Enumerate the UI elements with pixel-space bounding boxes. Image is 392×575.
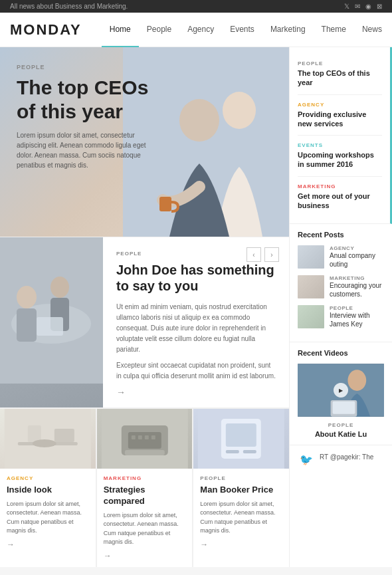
- rss-icon[interactable]: ◉: [365, 3, 371, 10]
- mail-icon[interactable]: ⊠: [377, 3, 382, 10]
- nav-news[interactable]: News: [354, 13, 390, 47]
- sidebar-featured-0-title[interactable]: The top CEOs of this year: [298, 68, 382, 88]
- recent-post-0-info: AGENCY Anual company outing: [330, 245, 384, 269]
- video-title[interactable]: About Katie Lu: [298, 430, 384, 438]
- recent-post-2-info: PEOPLE Interview with James Key: [330, 305, 384, 328]
- svg-rect-18: [128, 432, 161, 449]
- article-read-more[interactable]: →: [116, 387, 276, 398]
- recent-post-0-thumb: [298, 245, 324, 269]
- svg-rect-7: [17, 308, 37, 342]
- carousel-arrows: ‹ ›: [246, 247, 279, 262]
- svg-rect-20: [132, 435, 136, 439]
- sidebar-featured: PEOPLE The top CEOs of this year AGENCY …: [290, 47, 392, 224]
- card-1-body: MARKETING Strategies compared Lorem ipsu…: [97, 469, 193, 567]
- carousel-next[interactable]: ›: [264, 247, 279, 262]
- nav-theme[interactable]: Theme: [314, 13, 354, 47]
- card-1-category: MARKETING: [104, 475, 186, 481]
- sidebar-featured-1-title[interactable]: Providing exclusive new services: [298, 110, 382, 129]
- hero-text: PEOPLE The top CEOs of this year Lorem i…: [17, 64, 149, 170]
- sidebar-featured-3-title[interactable]: Get more out of your business: [298, 191, 382, 211]
- svg-point-2: [179, 99, 219, 142]
- right-sidebar: PEOPLE The top CEOs of this year AGENCY …: [289, 47, 392, 567]
- twitter-text: RT @pagekir: The: [320, 452, 373, 462]
- hero-category: PEOPLE: [17, 64, 149, 70]
- card-2-arrow[interactable]: →: [200, 540, 282, 549]
- card-2-category: PEOPLE: [200, 475, 282, 481]
- nav-home[interactable]: Home: [102, 13, 139, 47]
- left-column: PEOPLE The top CEOs of this year Lorem i…: [0, 47, 289, 567]
- recent-post-2-title[interactable]: Interview with James Key: [330, 311, 384, 328]
- video-category: PEOPLE: [298, 422, 384, 428]
- sidebar-featured-1-cat: AGENCY: [298, 102, 382, 108]
- cards-grid: AGENCY Inside look Lorem ipsum dolor sit…: [0, 407, 289, 567]
- article-body-2: Excepteur sint occaecat cupidatat non pr…: [116, 360, 276, 382]
- svg-rect-28: [243, 450, 256, 453]
- card-1-title[interactable]: Strategies compared: [104, 485, 186, 507]
- hero-excerpt: Lorem ipsum dolor sit amet, consectetur …: [17, 130, 149, 170]
- recent-post-0-cat: AGENCY: [330, 245, 384, 251]
- card-2: PEOPLE Man Booker Price Lorem ipsum dolo…: [193, 409, 289, 567]
- hero-section: PEOPLE The top CEOs of this year Lorem i…: [0, 47, 289, 237]
- sidebar-featured-2-cat: EVENTS: [298, 142, 382, 148]
- recent-post-2-thumb: [298, 305, 324, 328]
- recent-videos-section: Recent Videos ▶ PEOPLE About Katie Lu: [290, 342, 392, 445]
- svg-rect-27: [226, 450, 239, 453]
- top-bar: All news about Business and Marketing. 𝕏…: [0, 0, 392, 13]
- sidebar-featured-0-cat: PEOPLE: [298, 60, 382, 66]
- recent-post-1: MARKETING Encouraging your customers.: [298, 275, 384, 298]
- card-2-text: Lorem ipsum dolor sit amet, consectetur.…: [200, 500, 282, 536]
- recent-post-2-cat: PEOPLE: [330, 305, 384, 311]
- recent-post-0: AGENCY Anual company outing: [298, 245, 384, 269]
- recent-videos-title: Recent Videos: [298, 349, 384, 357]
- top-bar-icons: 𝕏 ✉ ◉ ⊠: [344, 3, 382, 10]
- twitter-icon[interactable]: 𝕏: [344, 3, 349, 10]
- sidebar-featured-2-title[interactable]: Upcoming workshops in summer 2016: [298, 150, 382, 170]
- nav-people[interactable]: People: [139, 13, 179, 47]
- hero-title[interactable]: The top CEOs of this year: [17, 76, 149, 124]
- article-section: ‹ › PEOPLE John Doe has something to say…: [0, 237, 289, 407]
- card-0-text: Lorem ipsum dolor sit amet, consectetur.…: [7, 500, 89, 536]
- twitter-section: 🐦 RT @pagekir: The: [290, 445, 392, 473]
- sidebar-featured-3: MARKETING Get more out of your business: [298, 177, 382, 217]
- card-0-title[interactable]: Inside look: [7, 485, 89, 496]
- envelope-icon[interactable]: ✉: [355, 3, 360, 10]
- svg-rect-3: [159, 197, 171, 211]
- svg-rect-32: [333, 402, 355, 414]
- card-0-body: AGENCY Inside look Lorem ipsum dolor sit…: [0, 469, 96, 556]
- card-2-image: [193, 409, 289, 469]
- card-2-title[interactable]: Man Booker Price: [200, 485, 282, 496]
- sidebar-featured-2: EVENTS Upcoming workshops in summer 2016: [298, 136, 382, 177]
- main-nav: Home People Agency Events Marketing Them…: [102, 13, 392, 47]
- card-2-body: PEOPLE Man Booker Price Lorem ipsum dolo…: [193, 469, 289, 556]
- main-content: PEOPLE The top CEOs of this year Lorem i…: [0, 47, 392, 567]
- svg-rect-26: [226, 423, 256, 447]
- svg-rect-22: [145, 435, 149, 439]
- top-bar-tagline: All news about Business and Marketing.: [10, 3, 128, 10]
- sidebar-featured-3-cat: MARKETING: [298, 183, 382, 189]
- recent-post-0-title[interactable]: Anual company outing: [330, 251, 384, 269]
- sidebar-featured-0: PEOPLE The top CEOs of this year: [298, 54, 382, 95]
- svg-rect-21: [138, 435, 142, 439]
- card-1-arrow[interactable]: →: [104, 551, 186, 560]
- article-title[interactable]: John Doe has something to say to you: [116, 262, 276, 294]
- video-thumbnail[interactable]: ▶: [298, 364, 384, 417]
- recent-posts-section: Recent Posts AGENCY Anual company outing…: [290, 224, 392, 342]
- recent-post-1-info: MARKETING Encouraging your customers.: [330, 275, 384, 298]
- recent-post-1-thumb: [298, 275, 324, 298]
- article-content: ‹ › PEOPLE John Doe has something to say…: [103, 237, 289, 407]
- svg-rect-11: [5, 409, 91, 469]
- svg-point-30: [347, 370, 366, 392]
- nav-agency[interactable]: Agency: [179, 13, 222, 47]
- twitter-social-icon: 🐦: [300, 453, 313, 466]
- card-0-arrow[interactable]: →: [7, 540, 89, 549]
- card-0-image: [0, 409, 96, 469]
- nav-events[interactable]: Events: [222, 13, 262, 47]
- svg-rect-19: [125, 450, 165, 455]
- carousel-prev[interactable]: ‹: [246, 247, 261, 262]
- nav-marketing[interactable]: Marketing: [262, 13, 314, 47]
- recent-posts-title: Recent Posts: [298, 231, 384, 239]
- logo[interactable]: MONDAY: [10, 21, 82, 39]
- svg-point-8: [50, 277, 69, 298]
- play-button[interactable]: ▶: [334, 383, 348, 398]
- recent-post-1-title[interactable]: Encouraging your customers.: [330, 281, 384, 298]
